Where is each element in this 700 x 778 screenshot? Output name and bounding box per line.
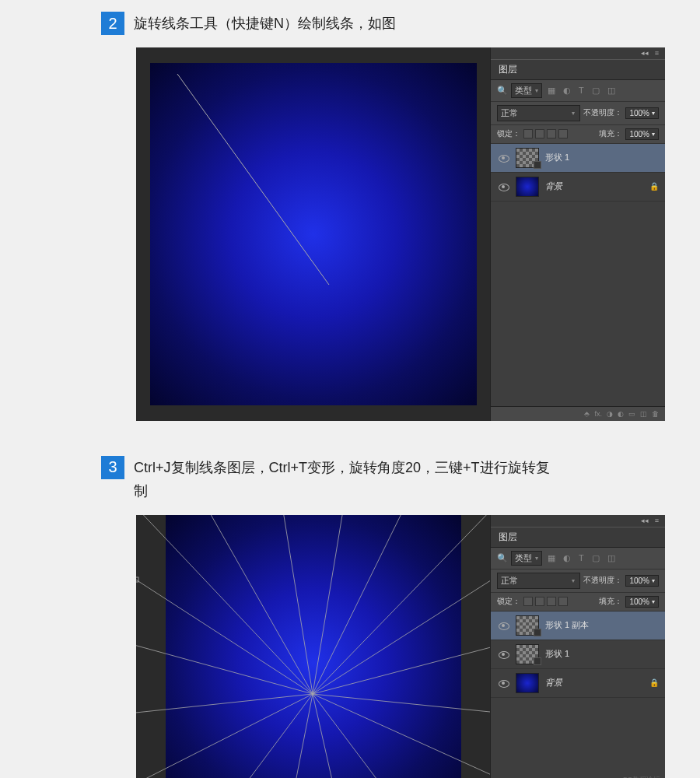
menu-icon[interactable]: ≡ (655, 49, 659, 57)
folder-icon[interactable]: ▭ (628, 410, 635, 418)
filter-adjustment-icon[interactable]: ◐ (561, 552, 573, 564)
opacity-value[interactable]: 100%▾ (625, 107, 659, 119)
screenshot-step2: ◂◂ ≡ 图层 🔍 类型 ▾ ▦ ◐ T ▢ ◫ 正常 ▾ (136, 47, 665, 421)
link-layers-icon[interactable]: ⬘ (584, 410, 590, 418)
svg-line-2 (313, 515, 346, 694)
adjustment-icon[interactable]: ◐ (618, 410, 624, 418)
filter-smart-icon[interactable]: ◫ (605, 552, 618, 564)
svg-line-0 (177, 74, 329, 285)
opacity-label: 不透明度： (583, 575, 622, 586)
layer-name: 形状 1 (545, 648, 659, 660)
step-header: 2 旋转线条工具（快捷键N）绘制线条，如图 (0, 0, 700, 47)
new-layer-icon[interactable]: ◫ (640, 410, 647, 418)
canvas-area[interactable] (136, 47, 490, 421)
panel-title: 图层 (491, 527, 665, 548)
filter-adjustment-icon[interactable]: ◐ (561, 85, 573, 96)
visibility-toggle[interactable] (497, 649, 509, 660)
layer-background[interactable]: 背景 🔒 (491, 669, 665, 698)
svg-line-8 (313, 694, 490, 778)
opacity-label: 不透明度： (583, 107, 622, 118)
filter-pixel-icon[interactable]: ▦ (545, 552, 558, 564)
filter-type-dropdown[interactable]: 类型 ▾ (511, 551, 542, 566)
lock-row: 锁定： 填充： 100%▾ (491, 125, 665, 144)
blend-row: 正常 ▾ 不透明度： 100%▾ (491, 102, 665, 125)
layer-name: 背景 (545, 677, 643, 689)
layer-thumbnail (516, 644, 539, 664)
step-3: 3 Ctrl+J复制线条图层，Ctrl+T变形，旋转角度20，三键+T进行旋转复… (0, 444, 700, 778)
filter-type-dropdown[interactable]: 类型 ▾ (511, 83, 542, 98)
collapse-icon[interactable]: ◂◂ (641, 517, 649, 524)
visibility-toggle[interactable] (497, 152, 509, 163)
visibility-toggle[interactable] (497, 678, 509, 689)
fill-value[interactable]: 100%▾ (625, 128, 659, 140)
svg-line-14 (136, 694, 313, 713)
step-number-badge: 3 (101, 456, 124, 479)
lock-icons[interactable] (523, 597, 568, 606)
canvas-area[interactable] (136, 515, 490, 778)
canvas-blue-gradient (150, 63, 477, 405)
blend-mode-dropdown[interactable]: 正常 ▾ (497, 105, 580, 121)
trash-icon[interactable]: 🗑 (652, 410, 659, 418)
panel-header-controls: ◂◂ ≡ (491, 515, 665, 527)
layers-panel: ◂◂ ≡ 图层 🔍 类型 ▾ ▦ ◐ T ▢ ◫ 正常 ▾ (490, 515, 665, 778)
layer-name: 形状 1 副本 (545, 619, 659, 631)
svg-line-4 (313, 515, 490, 694)
mask-icon[interactable]: ◑ (607, 410, 613, 418)
collapse-icon[interactable]: ◂◂ (641, 49, 649, 57)
fill-label: 填充： (599, 128, 622, 139)
panel-header-controls: ◂◂ ≡ (491, 47, 665, 59)
filter-smart-icon[interactable]: ◫ (605, 85, 618, 96)
svg-line-12 (214, 694, 313, 778)
layer-thumbnail (516, 615, 539, 636)
svg-line-6 (313, 643, 490, 694)
layers-panel: ◂◂ ≡ 图层 🔍 类型 ▾ ▦ ◐ T ▢ ◫ 正常 ▾ (490, 47, 665, 421)
lock-icon: 🔒 (649, 678, 659, 687)
step-header: 3 Ctrl+J复制线条图层，Ctrl+T变形，旋转角度20，三键+T进行旋转复… (0, 444, 700, 515)
svg-line-13 (144, 694, 313, 778)
search-icon[interactable]: 🔍 (497, 553, 508, 563)
filter-row: 🔍 类型 ▾ ▦ ◐ T ▢ ◫ (491, 548, 665, 569)
filter-type-icon[interactable]: T (576, 85, 586, 96)
filter-pixel-icon[interactable]: ▦ (545, 85, 558, 96)
step-instruction: Ctrl+J复制线条图层，Ctrl+T变形，旋转角度20，三键+T进行旋转复制 (134, 456, 554, 503)
screenshot-step3: ◂◂ ≡ 图层 🔍 类型 ▾ ▦ ◐ T ▢ ◫ 正常 ▾ (136, 515, 665, 778)
step-2: 2 旋转线条工具（快捷键N）绘制线条，如图 ◂◂ ≡ 图层 🔍 类型 ▾ (0, 0, 700, 421)
filter-row: 🔍 类型 ▾ ▦ ◐ T ▢ ◫ (491, 80, 665, 102)
svg-line-7 (313, 694, 490, 713)
layer-shape-1[interactable]: 形状 1 (491, 640, 665, 669)
search-icon[interactable]: 🔍 (497, 86, 508, 96)
layer-name: 形状 1 (545, 152, 659, 163)
filter-shape-icon[interactable]: ▢ (590, 85, 602, 96)
layer-shape-1-copy[interactable]: 形状 1 副本 (491, 612, 665, 640)
filter-shape-icon[interactable]: ▢ (590, 552, 602, 564)
svg-line-15 (136, 643, 313, 694)
svg-rect-19 (136, 577, 138, 582)
lock-label: 锁定： (497, 128, 520, 139)
fill-label: 填充： (599, 596, 622, 607)
line-drawing (150, 63, 477, 405)
blend-mode-dropdown[interactable]: 正常 ▾ (497, 573, 580, 589)
visibility-toggle[interactable] (497, 181, 509, 192)
layer-thumbnail (516, 673, 539, 693)
opacity-value[interactable]: 100%▾ (625, 575, 659, 587)
radial-lines (136, 515, 490, 778)
layer-list: 形状 1 副本 形状 1 背景 🔒 (491, 612, 665, 698)
filter-type-icon[interactable]: T (576, 552, 586, 563)
layer-list: 形状 1 背景 🔒 (491, 144, 665, 202)
layer-thumbnail (516, 177, 539, 197)
layer-background[interactable]: 背景 🔒 (491, 173, 665, 202)
lock-icons[interactable] (523, 129, 568, 138)
layer-name: 背景 (545, 180, 643, 192)
layer-shape-1[interactable]: 形状 1 (491, 144, 665, 173)
fx-icon[interactable]: fx. (594, 410, 602, 418)
fill-value[interactable]: 100%▾ (625, 596, 659, 608)
panel-title: 图层 (491, 59, 665, 80)
blend-row: 正常 ▾ 不透明度： 100%▾ (491, 569, 665, 593)
svg-line-18 (136, 515, 313, 694)
visibility-toggle[interactable] (497, 620, 509, 631)
lock-icon: 🔒 (649, 182, 659, 191)
menu-icon[interactable]: ≡ (655, 517, 659, 524)
svg-line-9 (313, 694, 412, 778)
svg-line-1 (280, 515, 313, 694)
step-instruction: 旋转线条工具（快捷键N）绘制线条，如图 (134, 12, 396, 36)
